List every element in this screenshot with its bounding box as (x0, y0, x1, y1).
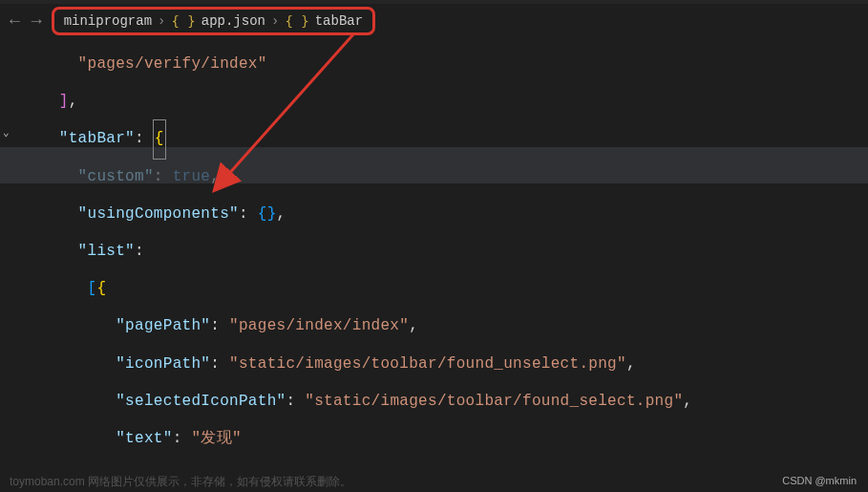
crumb-folder[interactable]: miniprogram (64, 13, 152, 29)
json-symbol-icon: { } (285, 13, 308, 29)
code-line: [{ (40, 270, 868, 308)
watermark-text: toymoban.com 网络图片仅供展示，非存储，如有侵权请联系删除。 (10, 474, 351, 490)
chevron-right-icon: › (271, 13, 279, 29)
code-line: "pagePath": "pages/index/index", (40, 308, 868, 345)
watermark-author: CSDN @mkmin (782, 475, 857, 486)
code-line: "usingComponents": {}, (40, 196, 868, 233)
code-line: "text": "发现" (40, 420, 868, 458)
chevron-right-icon: › (158, 13, 165, 29)
code-editor[interactable]: "pages/verify/index" ], ⌄ "tabBar": { "c… (0, 38, 868, 458)
fold-chevron-icon[interactable]: ⌄ (3, 120, 10, 146)
code-line: ⌄ "list": (40, 233, 868, 270)
code-line: "iconPath": "static/images/toolbar/found… (40, 346, 868, 383)
crumb-symbol[interactable]: tabBar (315, 13, 363, 29)
code-line: "pages/verify/index" (40, 46, 868, 83)
nav-forward-icon[interactable]: → (30, 11, 44, 31)
breadcrumb-highlight: miniprogram › { } app.json › { } tabBar (52, 7, 375, 35)
breadcrumb: ← → miniprogram › { } app.json › { } tab… (0, 4, 868, 38)
nav-back-icon[interactable]: ← (8, 11, 22, 31)
code-line: ⌄ "tabBar": { (40, 120, 868, 158)
code-line: "selectedIconPath": "static/images/toolb… (40, 383, 868, 420)
crumb-file[interactable]: app.json (201, 13, 265, 29)
json-file-icon: { } (171, 13, 195, 29)
code-line: ], (40, 83, 868, 120)
